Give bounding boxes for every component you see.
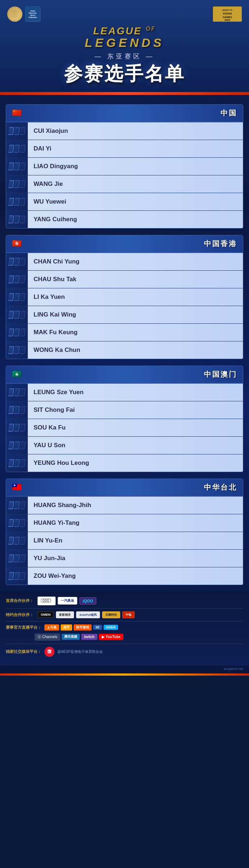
table-row: WANG Jie [6, 175, 243, 193]
players-list-macau: LEUNG Sze Yuen SIT Chong Fai SOU Ka Fu [6, 384, 243, 472]
table-row: CHAN Chi Yung [6, 253, 243, 271]
chevron-decoration [6, 532, 28, 549]
subtitle-east-asia: — 东亚赛区 — [7, 52, 242, 61]
chevron-decoration [6, 497, 28, 514]
social-platforms: 微 @AESF亚洲电子体育联合会 [44, 647, 103, 657]
player-name: HUANG Yi-Tang [28, 514, 243, 532]
kuaishou-badge: 快手游戏 [74, 624, 92, 631]
table-row: WONG Ka Chun [6, 341, 243, 359]
player-name: DAI Yi [28, 140, 243, 157]
player-name: LIAO Dingyang [28, 158, 243, 175]
chevron-decoration [6, 253, 28, 270]
region-name-china: 中国 [220, 108, 237, 118]
weibo-handle: @AESF亚洲电子体育联合会 [57, 649, 103, 654]
omen-logo: OMEN [38, 611, 54, 618]
main-title: 参赛选手名单 [7, 64, 242, 84]
player-name: CUI Xiaojun [28, 122, 243, 140]
chevron-decoration [6, 341, 28, 359]
table-row: YAU U Son [6, 437, 243, 454]
autofull-logo: AutoFull做风 [76, 611, 100, 618]
player-name: ZOU Wei-Yang [28, 567, 243, 585]
logo-right: ROAD TO ASIAN GAMES 2022 [213, 6, 242, 22]
table-row: WU Yuewei [6, 193, 243, 211]
section-header-macau: 🇲🇴 中国澳门 [6, 366, 243, 384]
channels-badge: Ⓥ Channels [35, 633, 60, 641]
svg-text:GAMES: GAMES [223, 16, 232, 18]
region-name-hk: 中国香港 [204, 239, 237, 249]
broadcast-row: 赛事官方直播平台： ▲斗鱼 虎牙 快手游戏 5E bilibili [6, 624, 243, 631]
broadcast-platforms: ▲斗鱼 虎牙 快手游戏 5E bilibili [44, 624, 118, 631]
player-name: WANG Jie [28, 175, 243, 193]
section-taiwan: 🇹🇼 中华台北 HUANG Shang-Jhih HUANG Yi-Tang [6, 479, 243, 585]
svg-text:Council: Council [12, 13, 18, 15]
zhongdian-logo: 中电 [122, 611, 135, 618]
chevron-decoration [6, 401, 28, 419]
social-label: 独家社交媒体平台： [6, 649, 42, 654]
chevron-decoration [6, 158, 28, 175]
logo-left: Olympic Council in Asia Asian Electronic… [7, 6, 40, 22]
table-row: LIAO Dingyang [6, 158, 243, 175]
chevron-decoration [6, 324, 28, 341]
svg-text:ROAD TO: ROAD TO [222, 9, 232, 11]
bilibili-badge: bilibili [104, 625, 118, 630]
table-row: HUANG Shang-Jhih [6, 497, 243, 514]
special-partner-label: 特约合作伙伴： [6, 612, 35, 618]
header-logos: Olympic Council in Asia Asian Electronic… [7, 6, 242, 22]
yingxiang-logo: 影影精灵 [56, 611, 74, 618]
divider [6, 644, 243, 644]
table-row: ZOU Wei-Yang [6, 567, 243, 585]
section-header-hk: 🇭🇰 中国香港 [6, 235, 243, 253]
players-list-hk: CHAN Chi Yung CHAU Shu Tak LI Ka Yuen [6, 253, 243, 359]
svg-text:Sports: Sports [30, 14, 36, 16]
player-name: LIN Yu-En [28, 532, 243, 549]
chevron-decoration [6, 514, 28, 532]
chevron-decoration [6, 306, 28, 323]
league-title-top: LEAGUE OF [93, 25, 156, 36]
player-name: LI Ka Yuen [28, 288, 243, 306]
player-name: CHAN Chi Yung [28, 253, 243, 270]
flag-taiwan: 🇹🇼 [12, 483, 22, 491]
special-partner-row: 特约合作伙伴： OMEN 影影精灵 AutoFull做风 东鹏特饮 中电 [6, 611, 243, 618]
primary-partner-label: 首席合作伙伴： [6, 598, 35, 603]
player-name: YAU U Son [28, 437, 243, 454]
league-of-text: OF [146, 26, 156, 32]
players-list-taiwan: HUANG Shang-Jhih HUANG Yi-Tang LIN Yu-En [6, 497, 243, 585]
table-row: LING Kai Wing [6, 306, 243, 324]
svg-rect-5 [26, 7, 40, 21]
region-name-taiwan: 中华台北 [204, 483, 237, 492]
svg-text:2022: 2022 [224, 19, 230, 21]
asian-games-logo: ROAD TO ASIAN GAMES 2022 [213, 6, 242, 22]
chevron-decoration [6, 384, 28, 401]
chevron-decoration [6, 193, 28, 210]
chevron-decoration [6, 122, 28, 140]
player-name: MAK Fu Keung [28, 324, 243, 341]
page-wrapper: Olympic Council in Asia Asian Electronic… [0, 0, 249, 676]
section-hong-kong: 🇭🇰 中国香港 CHAN Chi Yung CHAU Shu Tak [6, 235, 243, 359]
flag-china: 🇨🇳 [12, 109, 22, 117]
table-row: CHAU Shu Tak [6, 271, 243, 288]
player-name: YEUNG Hou Leong [28, 454, 243, 472]
huya-badge: 虎牙 [61, 624, 72, 631]
svg-text:ASIAN: ASIAN [223, 12, 232, 15]
footer-section: 首席合作伙伴： 一汽奥迪 iQOO 特约合作伙伴： [0, 592, 249, 666]
douyu-badge: ▲斗鱼 [44, 624, 59, 631]
player-name: SOU Ka Fu [28, 419, 243, 436]
table-row: DAI Yi [6, 140, 243, 158]
region-name-macau: 中国澳门 [204, 370, 237, 379]
svg-text:Electronic: Electronic [29, 12, 37, 14]
chevron-decoration [6, 437, 28, 454]
section-macau: 🇲🇴 中国澳门 LEUNG Sze Yuen SIT Chong Fai [6, 366, 243, 472]
primary-partners-logos: 一汽奥迪 iQOO [38, 597, 96, 605]
5e-badge: 5E [93, 625, 102, 630]
table-row: MAK Fu Keung [6, 324, 243, 341]
league-of-legends-logo: LEAGUE OF LEGENDS [7, 26, 242, 50]
yiqiao-logo: 一汽奥迪 [58, 597, 77, 605]
player-name: WU Yuewei [28, 193, 243, 210]
chevron-decoration [6, 567, 28, 585]
social-row: 独家社交媒体平台： 微 @AESF亚洲电子体育联合会 [6, 647, 243, 657]
player-name: SIT Chong Fai [28, 401, 243, 419]
player-name: HUANG Shang-Jhih [28, 497, 243, 514]
player-name: YU Jun-Jia [28, 550, 243, 567]
player-name: LEUNG Sze Yuen [28, 384, 243, 401]
svg-text:Asian: Asian [30, 10, 35, 12]
